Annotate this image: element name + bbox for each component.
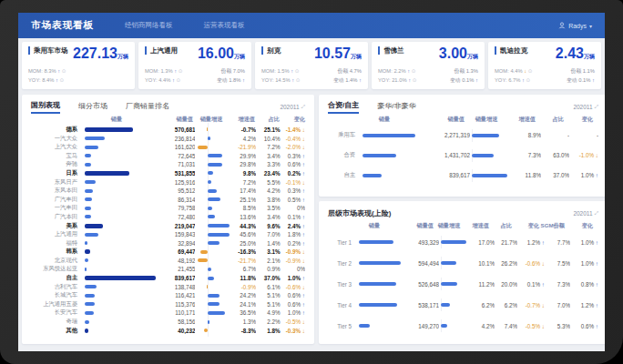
table-row[interactable]: 乘用车2,271,3198.9%-- [328,126,598,146]
date-filter[interactable]: 202011 ⤢ [573,210,598,217]
kpi-mom-yoy: MOM: 1.3% ↑ ⊙YOY: 4.4% ↑ ⊙ [145,67,182,86]
table-row[interactable]: 韩系69,447-16.3%3.1%-0.9% ↓ [31,248,305,257]
change-value: -0.6% ↓ [281,284,305,290]
main-content: 国别表现 细分市场 厂商销量排名 202011 ⤢ 销量销量值销量增速增速值占比… [18,93,605,344]
kpi-yoy: YOY: 6.7% ↑ ⊙ [495,76,532,86]
table-row[interactable]: 长城汽车116,42124.2%5.1%0.6% ↑ [31,291,305,300]
table-row[interactable]: 奇瑞58,1561.3%2.2%-0.5% ↓ [31,318,305,327]
kpi-value: 2.43万辆 [556,46,595,61]
kpi-card-top: 凯迪拉克2.43万辆 [495,46,595,61]
row-label: 自主 [31,274,83,282]
tier-panel-titlebar: 层级市场表现(上险) 202011 ⤢ [328,207,598,221]
table-row[interactable]: 合资1,431,7027.3%63.0%-1.0% ↓ [328,146,598,166]
row-label: 一汽大众 [31,135,83,143]
tab-oem-ranking[interactable]: 厂商销量排名 [126,101,169,113]
header-tab-dealer-network[interactable]: 经销商网络看板 [125,21,173,30]
table-row[interactable]: 一汽丰田79,7588.5%3.5%0% [31,204,305,213]
sales-bar-cell [357,300,403,309]
table-row[interactable]: 自主839,61711.8%37.0%1.0% ↑ [31,274,305,283]
table-row[interactable]: Tier 3526,64811.2%20.0%0.1% ↑7.3%0.8% ↑ [328,274,598,295]
tab-country-performance[interactable]: 国别表现 [31,100,60,114]
table-row[interactable]: 宝马72,64529.9%3.4%0.3% ↑ [31,151,305,160]
table-row[interactable]: 福特32,89425.0%1.4%0.2% ↑ [31,238,305,248]
sales-value: 839,617 [158,275,195,281]
table-row[interactable]: 广汽本田72,48013.6%3.4%0.1% ↑ [31,213,305,222]
change-value: 0% [281,205,305,211]
header-tab-operations[interactable]: 运营表现看板 [204,21,245,30]
sales-bar [359,303,397,307]
kpi-card[interactable]: 凯迪拉克2.43万辆MOM: 4.4% ↓ ⊙YOY: 6.7% ↑ ⊙份额 1… [488,42,601,89]
date-filter[interactable]: 202011 ⤢ [573,104,598,110]
kpi-card[interactable]: 雪佛兰3.00万辆MOM: 2.2% ↑ ⊙YOY: 21.0% ↑ ⊙份额 1… [372,42,485,89]
kpi-card[interactable]: 上汽通用16.00万辆MOM: 1.3% ↑ ⊙YOY: 4.4% ↑ ⊙份额 … [138,42,251,89]
sales-bar [85,276,156,280]
share-value: 4.2% [256,187,280,194]
table-row[interactable]: 上汽大众161,620-21.9%7.2%-2.0% ↓ [31,143,305,152]
table-row[interactable]: 其他40,232-8.3%1.8%-0.3% ↓ [31,326,305,335]
sales-bar [85,180,96,184]
column-header: 增速值 [508,116,536,124]
table-row[interactable]: 北京现代48,192-21.7%2.1%-0.9% ↓ [31,257,305,266]
change-text: 1.2% [581,302,596,308]
tab-jv-domestic[interactable]: 合资/自主 [328,100,359,114]
table-row[interactable]: 德系570,681-0.7%25.1%-1.4% ↓ [31,126,305,135]
row-label: 上汽大众 [31,143,83,151]
table-row[interactable]: 奔驰71,03129.8%3.3%0.6% ↑ [31,160,305,169]
sales-bar-cell [83,256,158,265]
growth-value: 11.8% [514,172,541,178]
table-row[interactable]: 长安汽车110,17136.5%4.9%1.0% ↑ [31,308,305,318]
growth-bar-cell [439,238,470,247]
table-row[interactable]: 自主839,61711.8%37.0%1.0% ↑ [328,166,598,186]
sales-bar [85,163,91,167]
sales-bar [363,174,382,177]
sgm-change-value: 1.0% ↑ [570,260,598,267]
change-value: -2.0% ↓ [281,144,305,150]
date-filter[interactable]: 202011 ⤢ [280,104,305,110]
change-text: 0.5% [288,197,302,203]
change-value: 0.6% ↑ [281,161,305,167]
table-row[interactable]: Tier 1493,32917.0%21.7%1.2% ↑7.7%1.0% ↑ [328,232,598,253]
growth-bar [208,294,220,298]
info-circle-icon: ⊙ [526,68,532,74]
change-text: -0.9% [286,248,302,255]
up-arrow-icon: ↑ [302,240,305,247]
column-header: 销量值 [397,222,434,230]
table-row[interactable]: 上汽通用五菱115,37624.1%5.1%0.6% ↑ [31,300,305,309]
change-text: - [597,132,598,138]
kpi-share: 份额 1.1% [567,67,595,76]
tab-segment-market[interactable]: 细分市场 [78,101,107,113]
sales-value: 159,843 [158,231,195,238]
share-value: 2.1% [256,258,280,264]
sales-value: 48,192 [158,258,195,264]
table-row[interactable]: Tier 4538,1716.2%6.2%-0.7% ↓7.0%1.2% ↑ [328,295,598,316]
down-arrow-icon: ↓ [302,318,305,325]
sales-value: 72,645 [158,153,195,159]
table-row[interactable]: 上汽通用159,84345.6%7.0%1.8% ↑ [31,230,305,239]
sgm-share-value: 7.7% [545,239,570,246]
table-row[interactable]: 东风日产125,9167.2%5.5%-0.1% ↓ [31,177,305,187]
column-header: 占比 [489,222,512,230]
change-value: -0.9% ↓ [281,248,305,255]
table-row[interactable]: Tier 2594,49410.1%26.2%-0.6% ↓7.5%1.0% ↑ [328,253,598,274]
kpi-card[interactable]: 别克10.57万辆MOM: 1.5% ↑ ⊙YOY: 14.5% ↑ ⊙份额 4… [255,42,368,89]
table-row[interactable]: 日系531,8559.8%23.4%0.2% ↑ [31,169,305,178]
app-title: 市场表现看板 [31,19,94,32]
table-row[interactable]: 广汽丰田86,31425.1%3.8%0.5% ↑ [31,195,305,204]
table-row[interactable]: 一汽大众236,8144.2%10.4%-0.4% ↓ [31,134,305,143]
tab-luxury-nonluxury[interactable]: 豪华/非豪华 [377,101,415,113]
growth-bar [208,163,222,167]
table-row[interactable]: Tier 5149,2704.2%7.4%-0.5% ↓5.3%0.6% ↑ [328,316,598,337]
table-row[interactable]: 吉利汽车138,748-0.9%6.1%-0.6% ↓ [31,282,305,291]
change-text: 0.8% [581,281,596,288]
growth-bar [208,136,209,140]
table-row[interactable]: 东风悦达起亚21,4556.7%0.9%0% [31,265,305,274]
sales-bar-cell [83,299,158,308]
column-header: 销量值 [155,116,193,124]
kpi-card[interactable]: 乘用车市场227.13万辆MOM: 8.3% ↑ ⊙YOY: 8.4% ↑ ⊙ [22,42,135,89]
share-value: 4.9% [256,309,280,316]
table-row[interactable]: 东风本田95,51217.4%4.2%0.3% ↑ [31,187,305,196]
info-circle-icon: ⊙ [293,68,299,74]
table-row[interactable]: 美系219,04744.3%9.6%2.4% ↑ [31,221,305,230]
growth-value: 7.2% [231,179,256,186]
user-menu[interactable]: Radys ▾ [558,22,592,29]
